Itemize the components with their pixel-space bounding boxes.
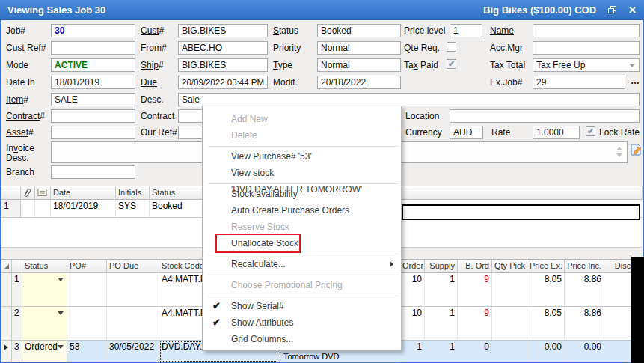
status-field[interactable]: Booked <box>317 24 401 37</box>
menu-item-show-serial[interactable]: ✔Show Serial# <box>203 298 401 314</box>
desc-field[interactable]: Sale <box>178 93 640 106</box>
po-cell[interactable]: 53 <box>67 341 107 362</box>
qty-pick-cell[interactable] <box>492 307 527 341</box>
qty-pick-cell[interactable] <box>492 273 527 307</box>
b-ord-cell[interactable]: 9 <box>458 307 492 341</box>
column-header-supply[interactable]: Supply <box>425 260 458 273</box>
cust-label[interactable]: Cust# <box>141 26 164 36</box>
close-button[interactable]: ✕ <box>628 4 637 16</box>
po-cell[interactable] <box>67 307 107 341</box>
asset-label[interactable]: Asset# <box>6 128 34 138</box>
column-header-price-ex[interactable]: Price Ex. <box>527 260 565 273</box>
name-label[interactable]: Name <box>490 26 514 36</box>
qty-pick-cell[interactable] <box>492 341 527 362</box>
supply-cell[interactable]: 1 <box>425 307 458 341</box>
qte-req-label: Qte Req. <box>404 43 440 53</box>
ship-field[interactable]: BIG.BIKES <box>178 58 268 72</box>
item-field[interactable]: SALE <box>51 93 135 106</box>
cust-ref-field[interactable] <box>51 41 135 55</box>
row-marker-cell[interactable] <box>1 273 12 307</box>
job-field[interactable]: 30 <box>51 24 135 37</box>
status-dropdown-cell[interactable] <box>22 273 67 307</box>
row-marker-cell[interactable] <box>1 341 12 362</box>
acc-mgr-label[interactable]: Acc.Mgr <box>490 43 523 53</box>
row-marker-cell[interactable] <box>1 307 12 341</box>
spin-up-icon[interactable] <box>616 147 622 150</box>
b-ord-cell[interactable]: 9 <box>458 273 492 307</box>
history-initials-cell[interactable]: SYS <box>116 200 150 218</box>
cust-field[interactable]: BIG.BIKES <box>178 24 268 37</box>
menu-item-auto-create-purchase-orders[interactable]: Auto Create Purchase Orders <box>203 202 401 219</box>
order-cell[interactable]: 10 <box>400 273 425 307</box>
from-label[interactable]: From# <box>141 43 167 53</box>
note-column-header[interactable] <box>35 186 51 200</box>
menu-item-stock-availability[interactable]: Stock availability <box>203 186 401 202</box>
restore-button[interactable] <box>608 6 616 13</box>
spin-down-icon[interactable] <box>616 153 622 157</box>
price-inc-cell[interactable]: 0.00 <box>565 341 604 362</box>
asset-field[interactable] <box>51 126 135 139</box>
from-field[interactable]: ABEC.HO <box>178 41 268 55</box>
due-field[interactable]: 20/09/2022 03:44 PM <box>178 76 268 89</box>
supply-cell[interactable]: 1 <box>425 273 458 307</box>
po-due-cell[interactable]: 30/05/2022 <box>107 341 159 362</box>
acc-mgr-field[interactable] <box>533 41 640 55</box>
column-header-po-due[interactable]: PO Due <box>107 260 159 273</box>
attachment-column-header[interactable] <box>21 186 35 200</box>
menu-item-grid-columns[interactable]: Grid Columns... <box>203 331 401 347</box>
branch-field[interactable] <box>51 165 135 179</box>
currency-field[interactable]: AUD <box>450 126 483 139</box>
tax-total-select[interactable]: Tax Free Up <box>533 58 640 72</box>
items-corner-header[interactable] <box>1 260 12 273</box>
price-inc-cell[interactable]: 8.86 <box>565 307 604 341</box>
rate-field[interactable]: 1.0000 <box>533 126 580 139</box>
po-cell[interactable] <box>67 273 107 307</box>
history-date-cell[interactable]: 18/01/2019 <box>51 200 116 218</box>
due-label[interactable]: Due <box>141 78 157 88</box>
ship-label[interactable]: Ship# <box>141 61 164 70</box>
price-ex-cell[interactable]: 8.05 <box>527 273 565 307</box>
location-field[interactable] <box>450 109 640 123</box>
ex-job-field[interactable]: 29 <box>533 76 625 89</box>
price-level-field[interactable]: 1 <box>450 24 482 37</box>
price-ex-cell[interactable]: 8.05 <box>527 307 565 341</box>
supply-cell[interactable]: 1 <box>425 341 458 362</box>
date-in-field[interactable]: 18/01/2019 <box>51 76 135 89</box>
order-cell[interactable]: 1 <box>400 341 425 362</box>
qte-req-checkbox[interactable] <box>447 42 456 52</box>
name-field[interactable] <box>533 24 640 37</box>
priority-field[interactable]: Normal <box>317 41 401 55</box>
column-header-po[interactable]: PO# <box>67 260 107 273</box>
menu-item-view-stock[interactable]: View stock 'DVD.DAY.AFTER.TOMORROW' <box>203 165 401 181</box>
focused-cell[interactable] <box>402 204 640 220</box>
ex-job-browse-button[interactable]: … <box>631 76 640 86</box>
status-dropdown-cell[interactable] <box>22 307 67 341</box>
menu-item-view-purchase[interactable]: View Purchase# '53' <box>203 148 401 165</box>
order-cell[interactable]: 10 <box>400 307 425 341</box>
item-label[interactable]: Item# <box>6 95 28 105</box>
type-field[interactable]: Normal <box>317 58 401 72</box>
price-ex-cell[interactable]: 0.00 <box>527 341 565 362</box>
po-due-cell[interactable] <box>107 273 159 307</box>
tax-paid-checkbox[interactable]: ✔ <box>447 59 456 69</box>
menu-item-show-attributes[interactable]: ✔Show Attributes <box>203 314 401 331</box>
status-dropdown-cell[interactable]: Ordered <box>22 341 67 362</box>
edit-note-icon[interactable] <box>631 144 642 156</box>
history-attach-cell[interactable] <box>21 200 35 218</box>
column-header-qty-pick[interactable]: Qty Pick <box>492 260 527 273</box>
history-note-cell[interactable] <box>35 200 51 218</box>
menu-item-recalculate[interactable]: Recalculate... <box>203 256 401 272</box>
lock-rate-checkbox[interactable]: ✔ <box>586 126 595 136</box>
contract-no-label[interactable]: Contract# <box>6 112 45 121</box>
po-due-cell[interactable] <box>107 307 159 341</box>
column-header-price-inc[interactable]: Price Inc. <box>565 260 604 273</box>
price-inc-cell[interactable]: 8.86 <box>565 273 604 307</box>
check-icon: ✔ <box>587 126 594 135</box>
column-header-order[interactable]: Order <box>400 260 425 273</box>
b-ord-cell[interactable]: 0 <box>458 341 492 362</box>
column-header-date[interactable]: Date <box>51 186 116 200</box>
column-header-b-ord[interactable]: B. Ord <box>458 260 492 273</box>
column-header-status[interactable]: Status <box>22 260 67 273</box>
column-header-initials[interactable]: Initials <box>116 186 150 200</box>
contract-no-field[interactable] <box>51 109 135 123</box>
